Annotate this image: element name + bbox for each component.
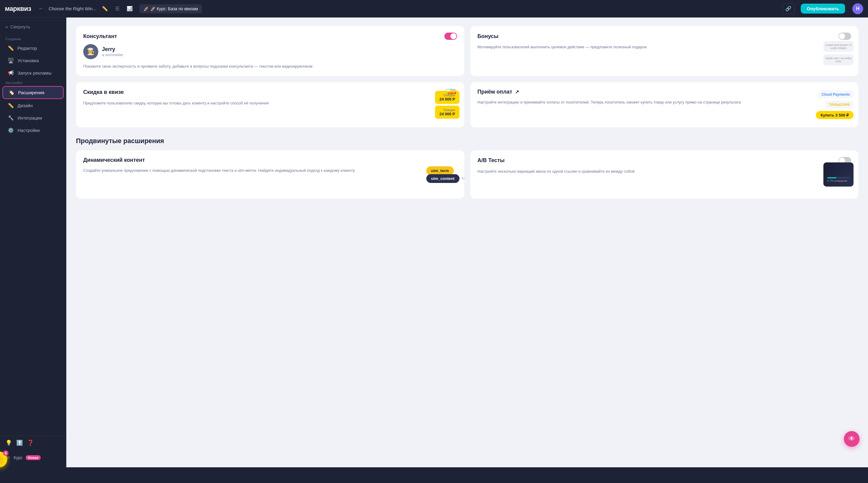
dynamic-title: Динамический контент: [83, 157, 145, 163]
upload-icon[interactable]: ⬆️: [16, 439, 23, 446]
chart-icon: 📊: [127, 6, 133, 11]
sidebar-item-extensions[interactable]: 🏷️ Расширения: [2, 86, 64, 99]
payment-title: Приём оплат ↗: [477, 89, 519, 95]
bonuses-card: Бонусы Мотивируйте пользователей выполни…: [470, 26, 859, 76]
payment-logos: Cloud Payments ТИНЬКОФФ Купить 3 500 ₽: [816, 90, 854, 119]
back-button[interactable]: ←: [37, 4, 45, 13]
ab-progress-bar: [827, 177, 849, 178]
megaphone-icon: 📢: [8, 70, 14, 76]
dynamic-card: Динамический контент Создайте уникальное…: [76, 150, 464, 199]
collapse-button[interactable]: « Свернуть: [0, 22, 66, 32]
sidebar-label-extensions: Расширения: [18, 90, 44, 95]
sidebar-label-integrations: Интеграции: [18, 115, 42, 120]
discount-tag-1: -1200 ₽ Скидка 24 000 Р: [435, 91, 459, 104]
main-layout: « Свернуть Создание ✏️ Редактор 🖥️ Устан…: [0, 18, 868, 467]
link-icon: 🔗: [785, 6, 792, 11]
list-button[interactable]: ☰: [113, 4, 121, 13]
chart-button[interactable]: 📊: [125, 4, 134, 13]
sidebar-item-settings[interactable]: ⚙️ Настройки: [2, 124, 64, 136]
skidka-label-2: Скидка: [439, 108, 455, 112]
advanced-section-title: Продвинутые расширения: [76, 137, 858, 145]
avatar[interactable]: Н: [852, 3, 863, 14]
edit-button[interactable]: ✏️: [100, 4, 110, 13]
sidebar-item-integrations[interactable]: 🔧 Интеграции: [2, 112, 64, 124]
link-button[interactable]: 🔗: [782, 3, 795, 14]
sidebar-label-ads: Запуск рекламы: [18, 70, 52, 76]
sidebar-course[interactable]: 🎓 Курс Новая: [0, 452, 66, 463]
tinkoff-logo: ТИНЬКОФФ: [825, 101, 854, 108]
utm-tag-1: utm_term: [426, 166, 454, 175]
discount-tag-2: Скидка 24 000 Р: [435, 106, 459, 119]
ab-card-header: A/B Тесты: [477, 157, 851, 164]
bonus-img-2: Прайс-лист на мойку окон: [824, 54, 854, 65]
sidebar: « Свернуть Создание ✏️ Редактор 🖥️ Устан…: [0, 18, 66, 467]
old-price: -1200 ₽: [447, 92, 457, 95]
discount-card: Скидка в квизе Предложите пользователю с…: [76, 82, 464, 127]
payment-card: Приём оплат ↗ Настройте интеграцию и при…: [470, 82, 859, 127]
price-1: 24 000 Р: [439, 97, 455, 102]
consultant-card-header: Консультант: [83, 33, 457, 40]
lightbulb-icon[interactable]: 💡: [5, 439, 12, 446]
price-2: 24 000 Р: [439, 112, 455, 116]
sidebar-label-editor: Редактор: [18, 46, 37, 51]
sidebar-label-design: Дизайн: [18, 103, 33, 108]
ab-desc: Настройте несколько вариаций квиза по од…: [477, 168, 851, 174]
bonus-img-1: Секретный рецепт от шеф-повара: [824, 41, 854, 52]
pencil-icon: ✏️: [8, 45, 14, 51]
collapse-label: Свернуть: [10, 24, 30, 29]
sidebar-label-settings: Настройки: [18, 128, 40, 133]
dynamic-image: utm_term utm_content ↻: [426, 168, 460, 181]
back-icon: ←: [38, 5, 44, 12]
bonuses-toggle[interactable]: [838, 33, 851, 40]
ab-title: A/B Тесты: [477, 157, 505, 164]
utm-tag-2: utm_content: [426, 174, 460, 183]
sidebar-section-settings: Настройки: [0, 79, 66, 86]
refresh-icon: ↻: [461, 176, 464, 181]
sidebar-section-create: Создание: [0, 35, 66, 42]
sidebar-item-design[interactable]: ✏️ Дизайн: [2, 100, 64, 111]
course-button[interactable]: 🚀 🚀 Курс: База по квизам: [139, 4, 202, 13]
eye-icon: 👁: [848, 435, 855, 443]
course-label: 🚀 Курс: База по квизам: [150, 6, 198, 11]
consultant-card: Консультант 👨‍🍳 Jerry a sommelier Покажи…: [76, 26, 464, 76]
consultant-avatar-icon: 👨‍🍳: [87, 48, 95, 56]
header: марквиз ← Choose the Right Win... ✏️ ☰ 📊…: [0, 0, 868, 18]
content-area: Консультант 👨‍🍳 Jerry a sommelier Покажи…: [66, 18, 868, 467]
publish-button[interactable]: Опубликовать: [801, 4, 845, 13]
sidebar-bottom: 💡 ⬆️ ❓: [0, 435, 66, 450]
payment-desc: Настройте интеграцию и принимайте оплаты…: [477, 99, 851, 105]
consultant-toggle[interactable]: [444, 33, 457, 40]
sidebar-label-install: Установка: [18, 58, 39, 63]
discount-image: -1200 ₽ Скидка 24 000 Р Скидка 24 000 Р: [435, 91, 459, 119]
ab-image: 0.7% конверсия: [824, 163, 854, 187]
course-text: Курс: [13, 455, 23, 460]
gear-icon: ⚙️: [8, 127, 14, 133]
bonuses-card-header: Бонусы: [477, 33, 851, 40]
edit-icon: ✏️: [102, 6, 108, 11]
integration-icon: 🔧: [8, 115, 14, 121]
sidebar-item-install[interactable]: 🖥️ Установка: [2, 55, 64, 66]
sidebar-item-ads[interactable]: 📢 Запуск рекламы: [2, 67, 64, 79]
bonuses-images: Секретный рецепт от шеф-повара Прайс-лис…: [824, 41, 854, 65]
advanced-cards-grid: Динамический контент Создайте уникальное…: [76, 150, 858, 199]
payment-card-header: Приём оплат ↗: [477, 89, 851, 95]
sidebar-item-editor[interactable]: ✏️ Редактор: [2, 42, 64, 54]
rocket-icon: 🚀: [144, 6, 149, 11]
payment-link-icon[interactable]: ↗: [515, 89, 519, 94]
help-icon[interactable]: ❓: [27, 439, 34, 446]
course-badge: Новая: [26, 455, 41, 460]
bonuses-desc: Мотивируйте пользователей выполнить целе…: [477, 44, 851, 50]
basic-cards-grid: Консультант 👨‍🍳 Jerry a sommelier Покажи…: [76, 26, 858, 127]
discount-desc: Предложите пользователю скидку, которую …: [83, 100, 457, 106]
design-icon: ✏️: [8, 103, 14, 108]
ab-progress-fill: [827, 177, 836, 178]
buy-button[interactable]: Купить 3 500 ₽: [816, 111, 854, 119]
discount-title: Скидка в квизе: [83, 89, 124, 95]
preview-button[interactable]: 👁: [844, 431, 860, 447]
consultant-title: Консультант: [83, 33, 117, 39]
ab-label: 0.7% конверсия: [827, 179, 849, 182]
consultant-info: Jerry a sommelier: [102, 46, 123, 57]
support-badge: 8: [3, 450, 8, 456]
consultant-role: a sommelier: [102, 53, 123, 57]
consultant-avatar: 👨‍🍳: [83, 44, 98, 59]
